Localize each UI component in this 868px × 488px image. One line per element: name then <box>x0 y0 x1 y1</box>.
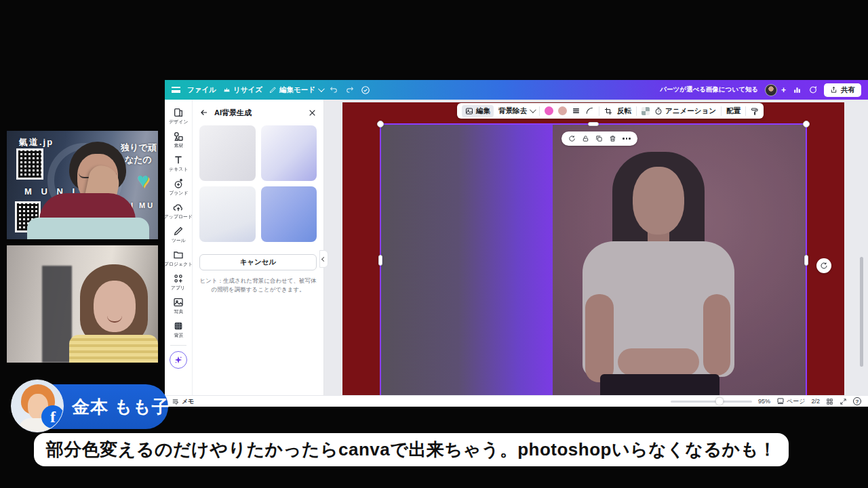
main-menu-button[interactable] <box>172 87 180 93</box>
resize-handle-top-left[interactable] <box>377 121 384 127</box>
sidebar-item-apps[interactable]: アプリ <box>165 271 191 293</box>
corner-rounding-button[interactable] <box>585 106 594 115</box>
subject-hands <box>618 348 699 375</box>
duplicate-icon[interactable] <box>595 135 603 142</box>
resize-handle-right[interactable] <box>804 255 808 266</box>
vertical-scrollbar[interactable] <box>860 257 863 367</box>
resize-label: リサイズ <box>233 85 262 95</box>
help-button[interactable]: ? <box>853 397 861 405</box>
comments-button[interactable] <box>808 85 817 94</box>
text-icon <box>173 155 184 165</box>
sidebar-item-design[interactable]: デザイン <box>165 105 191 127</box>
sidebar-item-text[interactable]: テキスト <box>165 152 191 175</box>
edit-mode-button[interactable]: 編集モード <box>269 85 323 95</box>
file-menu-button[interactable]: ファイル <box>187 85 216 95</box>
color-swatch-rose[interactable] <box>558 106 567 115</box>
background-thumbnail-3[interactable] <box>199 186 256 242</box>
sidebar-item-tools[interactable]: ツール <box>165 224 191 246</box>
crown-icon <box>223 86 231 94</box>
resize-handle-top-right[interactable] <box>803 121 810 127</box>
speaker-name: 金本 もも子 <box>72 395 170 419</box>
chevron-left-icon <box>321 256 326 261</box>
resize-button[interactable]: リサイズ <box>223 85 262 95</box>
background-thumbnail-1[interactable] <box>199 125 256 181</box>
back-arrow-icon[interactable] <box>199 108 209 117</box>
sidebar-item-brand[interactable]: ブランド <box>165 176 191 199</box>
background-thumbnail-4[interactable] <box>261 186 317 242</box>
redo-button[interactable] <box>345 85 354 94</box>
account-avatar[interactable] <box>765 84 777 96</box>
insights-button[interactable] <box>793 85 802 94</box>
rotate-icon <box>820 262 828 270</box>
resize-handle-top[interactable] <box>588 122 599 126</box>
canvas-workspace[interactable]: 編集 背景除去 反転 <box>324 100 868 395</box>
file-menu-label: ファイル <box>187 85 216 95</box>
background-remove-button[interactable]: 背景除去 <box>498 106 534 116</box>
apps-grid-icon <box>173 273 184 284</box>
hamburger-icon <box>172 87 180 93</box>
sidebar-item-photos[interactable]: 写真 <box>165 295 191 317</box>
share-label: 共有 <box>841 85 855 95</box>
rotate-icon[interactable] <box>568 135 576 142</box>
delete-icon[interactable] <box>609 135 616 142</box>
upload-cloud-icon <box>173 202 184 213</box>
close-icon[interactable] <box>308 108 317 117</box>
presenter2-face <box>94 281 136 332</box>
background-thumbnail-2[interactable] <box>261 125 317 181</box>
tools-pencil-icon <box>173 226 184 237</box>
expand-icon <box>840 398 847 405</box>
copy-style-button[interactable] <box>751 107 759 115</box>
redo-icon <box>345 85 354 94</box>
subject-shirt <box>583 241 734 377</box>
resize-handle-left[interactable] <box>378 255 382 266</box>
zoom-slider[interactable] <box>671 401 752 403</box>
cloud-check-icon <box>361 85 370 95</box>
pages-button[interactable]: ページ <box>776 397 805 406</box>
sidebar-item-uploads[interactable]: アップロード <box>165 200 191 222</box>
position-button[interactable]: 配置 <box>726 106 741 116</box>
crop-button[interactable] <box>604 107 612 115</box>
color-swatch-pink[interactable] <box>545 106 553 115</box>
flip-button[interactable]: 反転 <box>617 106 631 116</box>
sidebar-icon-rail: デザイン 素材 テキスト ブランド アップロード ツール <box>165 100 192 395</box>
magic-assistant-button[interactable] <box>170 351 187 369</box>
undo-button[interactable] <box>330 85 338 94</box>
slogan-line-1: 独りで頑 <box>121 142 157 154</box>
zoom-percent[interactable]: 95% <box>758 398 770 405</box>
transparency-button[interactable] <box>642 107 650 115</box>
panel-collapse-button[interactable] <box>319 250 328 268</box>
photos-icon <box>173 297 184 308</box>
qr-code-top <box>16 148 43 180</box>
caption-text: 部分色変えるのだけやりたかったらcanvaで出来ちゃう。photoshopいらな… <box>46 438 777 462</box>
webcam-presenter-bottom <box>7 245 158 363</box>
selected-image[interactable] <box>380 123 807 395</box>
panel-header: AI背景生成 <box>199 105 317 120</box>
sidebar-item-elements[interactable]: 素材 <box>165 129 191 151</box>
adjust-button[interactable] <box>572 106 580 115</box>
comment-icon <box>808 85 817 94</box>
sidebar-item-projects[interactable]: プロジェクト <box>165 247 191 270</box>
pencil-icon <box>269 86 277 94</box>
badge-avatar: f <box>11 380 64 432</box>
subject-face <box>633 167 684 235</box>
promo-link[interactable]: パーツが選べる画像について知る <box>660 85 758 94</box>
zoom-slider-knob[interactable] <box>716 398 724 405</box>
edit-button[interactable]: 編集 <box>462 105 494 117</box>
elements-icon <box>173 131 184 142</box>
grid-view-button[interactable] <box>826 398 833 405</box>
sparkle-icon <box>174 355 183 365</box>
rotate-handle[interactable] <box>816 258 831 273</box>
lock-icon[interactable] <box>582 135 589 142</box>
notes-button[interactable]: メモ <box>172 397 194 406</box>
share-button[interactable]: 共有 <box>824 83 861 97</box>
add-member-button[interactable]: + <box>781 85 786 95</box>
cancel-button[interactable]: キャンセル <box>199 254 317 270</box>
sidebar-item-background[interactable]: 背景 <box>165 319 191 341</box>
animation-button[interactable]: アニメーション <box>654 106 716 116</box>
arc-icon <box>585 106 594 115</box>
generated-backgrounds-grid <box>199 125 317 242</box>
ai-background-panel: AI背景生成 キャンセル ヒント：生成された背景に合わせて、被写体の照明を調整す… <box>192 100 324 395</box>
save-status-button[interactable] <box>361 85 370 95</box>
fullscreen-button[interactable] <box>840 398 847 405</box>
more-options-icon[interactable] <box>623 138 631 140</box>
